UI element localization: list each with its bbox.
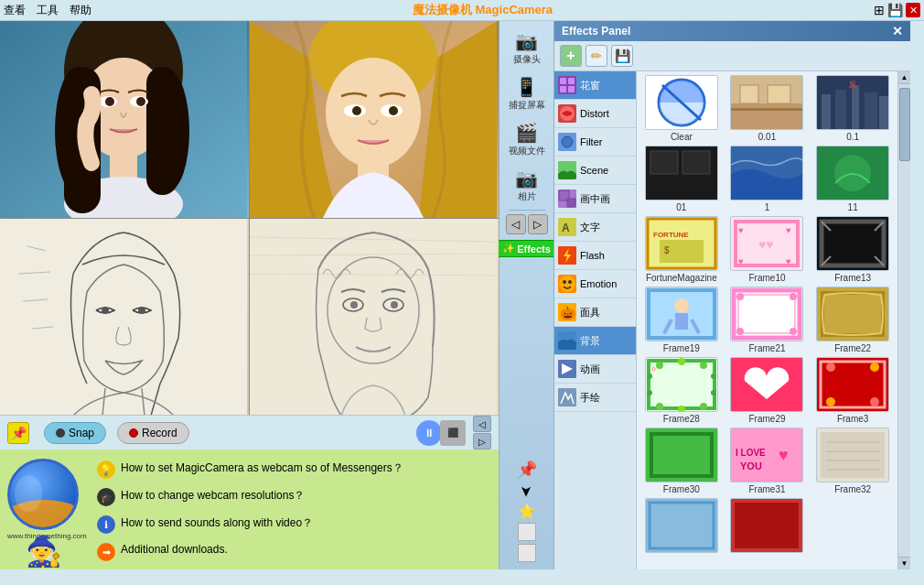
info-item-1[interactable]: 💡 How to set MagicCamera as webcam so of… <box>97 460 491 479</box>
cat-text[interactable]: A 文字 <box>554 213 636 242</box>
cat-icon-2 <box>558 104 576 123</box>
thumb-extra2[interactable] <box>726 498 809 555</box>
cat-huachuang[interactable]: 花窗 <box>554 71 636 100</box>
svg-text:✿: ✿ <box>651 366 656 372</box>
svg-point-38 <box>562 136 573 147</box>
info-item-3[interactable]: ℹ How to send sounds along with video？ <box>97 515 491 534</box>
cat-sketch[interactable]: 手绘 <box>554 384 636 412</box>
cat-background[interactable]: 背景 <box>554 327 636 355</box>
thumb-img-frame29 <box>730 357 803 412</box>
thumb-01[interactable]: 反 0.1 <box>811 75 894 142</box>
thumb-img-frame28: ✿ <box>645 357 718 412</box>
thumb-frame22[interactable]: Frame22 <box>811 287 894 353</box>
thumb-frame28[interactable]: ✿ Frame28 <box>640 357 723 424</box>
thumb-frame21[interactable]: Frame21 <box>726 287 809 353</box>
menu-help[interactable]: 帮助 <box>70 3 91 18</box>
sidebar-right-arrow[interactable]: ▷ <box>473 433 491 450</box>
cat-animation[interactable]: 动画 <box>554 355 636 384</box>
thumb-img-frame32 <box>816 428 889 482</box>
grid-icon[interactable]: ⊞ <box>874 3 885 17</box>
effects-panel-close[interactable]: ✕ <box>892 24 903 38</box>
pin-side-icon[interactable]: 📌 <box>517 460 537 480</box>
thumb-frame19[interactable]: Frame19 <box>640 287 723 353</box>
record-button[interactable]: Record <box>117 422 189 444</box>
cat-filter[interactable]: Filter <box>554 128 636 157</box>
cat-distort[interactable]: Distort <box>554 100 636 128</box>
photo-cell-2 <box>250 21 499 218</box>
svg-rect-68 <box>879 96 888 129</box>
pin-button[interactable]: 📌 <box>7 422 29 444</box>
info-item-2[interactable]: 🎓 How to change webcam resolutions？ <box>97 488 491 506</box>
effects-button[interactable]: ✨ Effects <box>496 240 557 257</box>
toolbar-side-right[interactable]: ▷ <box>528 214 548 234</box>
menu-view[interactable]: 查看 <box>4 3 26 18</box>
thumb-extra1[interactable] <box>640 498 723 555</box>
thumb-img-frame30 <box>645 428 718 482</box>
sidebar-left-arrow[interactable]: ◁ <box>473 416 491 432</box>
thumb-label-frame29: Frame29 <box>748 414 785 424</box>
svg-point-109 <box>647 374 652 379</box>
svg-point-97 <box>736 293 744 300</box>
svg-rect-33 <box>568 78 575 84</box>
photo-label: 相片 <box>518 191 536 202</box>
svg-point-120 <box>826 363 835 372</box>
save-icon[interactable]: 💾 <box>887 3 903 17</box>
star-icon[interactable]: ⭐ <box>518 503 536 520</box>
cat-scene[interactable]: Scene <box>554 157 636 185</box>
square-icon[interactable] <box>518 523 536 541</box>
thumb-frame13[interactable]: Frame13 <box>811 216 894 283</box>
pause-button[interactable]: ⏸ <box>416 420 442 446</box>
menu-tools[interactable]: 工具 <box>37 3 59 18</box>
info-item-4[interactable]: ➡ Additional downloads. <box>97 543 491 561</box>
svg-point-49 <box>568 280 572 284</box>
thumb-frame10[interactable]: ♥ ♥ ♥ ♥ ♥♥ Frame10 <box>726 216 809 283</box>
svg-rect-72 <box>682 151 710 174</box>
thumb-001[interactable]: 0.01 <box>726 75 809 142</box>
cat-icon-10 <box>558 331 576 350</box>
thumb-11[interactable]: 11 <box>811 146 894 212</box>
stop-button[interactable]: ⬛ <box>440 420 466 446</box>
toolbar-capture[interactable]: 📱 捕捉屏幕 <box>503 70 551 114</box>
scroll-up[interactable]: ▲ <box>898 71 911 84</box>
square2-icon[interactable] <box>518 544 536 562</box>
svg-rect-9 <box>146 67 178 195</box>
scroll-thumb[interactable] <box>899 88 910 161</box>
thumb-frame32[interactable]: Frame32 <box>811 428 894 494</box>
cat-emotion[interactable]: Emotion <box>554 270 636 298</box>
svg-point-122 <box>826 397 835 406</box>
close-button[interactable]: ✕ <box>906 3 920 17</box>
svg-point-123 <box>870 397 879 406</box>
toolbar-camera[interactable]: 📷 摄像头 <box>503 25 551 69</box>
thumb-img-clear <box>645 75 718 130</box>
thumb-frame3[interactable]: Frame3 <box>811 357 894 424</box>
thumb-frame31[interactable]: I LOVE YOU ♥ Frame31 <box>726 428 809 494</box>
thumb-clear[interactable]: Clear <box>640 75 723 142</box>
svg-point-121 <box>870 363 879 372</box>
cat-flash[interactable]: Flash <box>554 242 636 270</box>
ep-edit-button[interactable]: ✏ <box>586 45 607 67</box>
menubar: 查看 工具 帮助 魔法摄像机 MagicCamera ⊞ 💾 ✕ <box>0 0 924 21</box>
thumb-frame29[interactable]: Frame29 <box>726 357 809 424</box>
scroll-down[interactable]: ▼ <box>898 557 911 569</box>
thumb-0[interactable]: 01 <box>640 146 723 212</box>
cat-icon-6: A <box>558 218 576 236</box>
cat-label-7: Flash <box>580 250 605 261</box>
ep-save-button[interactable]: 💾 <box>611 45 633 67</box>
snap-button[interactable]: Snap <box>44 422 106 444</box>
ep-add-button[interactable]: + <box>560 45 582 67</box>
toolbar-photo[interactable]: 📷 相片 <box>503 162 551 206</box>
toolbar-side-left[interactable]: ◁ <box>506 214 526 234</box>
cat-picinpic[interactable]: 画中画 <box>554 185 636 213</box>
capture-label: 捕捉屏幕 <box>509 100 545 111</box>
scrollbar[interactable]: ▲ ▼ <box>897 71 910 569</box>
thumb-label-01: 0.1 <box>846 132 859 142</box>
svg-point-100 <box>790 328 797 335</box>
thumb-1[interactable]: 1 <box>726 146 809 212</box>
thumb-img-frame19 <box>645 287 718 341</box>
arrow-icon[interactable]: ➤ <box>518 485 535 497</box>
cat-mask[interactable]: 🎃 面具 <box>554 298 636 327</box>
thumb-label-frame3: Frame3 <box>837 414 868 424</box>
thumb-fortune[interactable]: FORTUNE $ FortuneMagazine <box>640 216 723 283</box>
toolbar-video[interactable]: 🎬 视频文件 <box>503 116 551 160</box>
thumb-frame30[interactable]: Frame30 <box>640 428 723 494</box>
